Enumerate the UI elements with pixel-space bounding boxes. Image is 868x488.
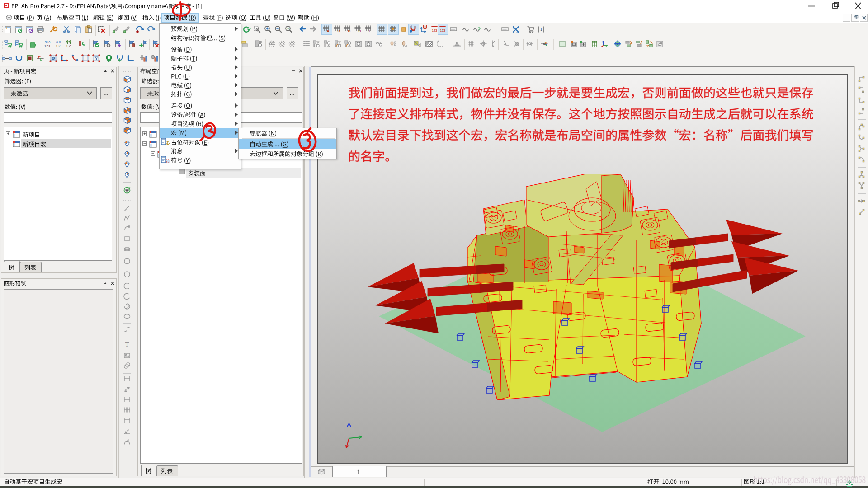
svg-text:D: D: [359, 29, 361, 33]
svg-text:B: B: [338, 29, 340, 33]
svg-text:100: 100: [286, 28, 290, 30]
svg-text:123: 123: [440, 29, 445, 32]
svg-text:1 2: 1 2: [66, 44, 71, 48]
svg-text:A: A: [327, 29, 330, 33]
svg-text:123: 123: [44, 44, 50, 48]
svg-text:C: C: [348, 29, 351, 33]
svg-text:T: T: [540, 27, 542, 32]
svg-text:123: 123: [432, 29, 437, 32]
svg-text:1 2: 1 2: [56, 44, 60, 48]
svg-text:E: E: [369, 29, 372, 33]
svg-text:T: T: [125, 341, 129, 348]
